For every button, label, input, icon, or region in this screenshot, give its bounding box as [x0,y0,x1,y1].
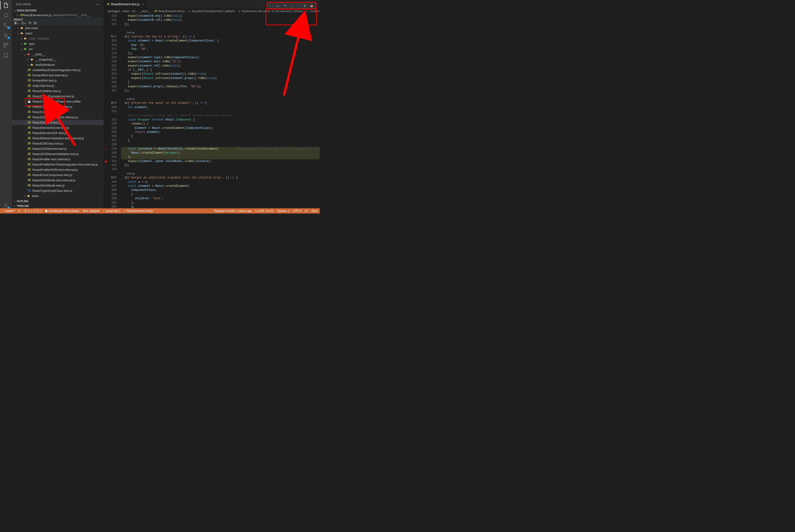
code-line[interactable] [121,93,320,97]
file-row[interactable]: JSReactJSXElementValidator-test.js [12,151,103,156]
code-line[interactable]: Debug [121,172,320,176]
folder-row[interactable]: ›🖿testDefinitions [12,62,103,67]
eol-status[interactable]: LF [305,209,308,212]
code-line[interactable]: }); [121,89,320,93]
file-row[interactable]: JSReactChildren-test.js [12,88,103,94]
code-line[interactable]: Debug [121,97,320,101]
folder-row[interactable]: ⌄🖿src [12,46,103,52]
file-row[interactable]: JSReactDOMTracing-test.internal.js [12,115,103,120]
code-line[interactable]: const element = React.createElement( [121,184,320,188]
file-row[interactable]: JSReactStrictMode-test.js [12,183,103,188]
code-line[interactable]: const a = 1; [121,180,320,184]
code-line[interactable]: Dominic Gannaway, a year ago | 3 authors… [121,114,320,118]
breadcrumb-item[interactable]: ⊙describe('ReactElement') callback [188,10,235,13]
file-check[interactable]: ✓ ReactElement-test.js [124,209,153,212]
code-line[interactable]: let element; [121,106,320,110]
code-line[interactable]: { [121,192,320,196]
search-icon[interactable] [3,13,9,18]
run-test-icon[interactable] [111,102,113,103]
bookmark-icon[interactable] [3,53,9,58]
run-test-icon[interactable] [111,35,113,37]
react-folder-header[interactable]: REACT 🗎₊ 🗀₊ ↻ ⊟ [12,18,103,25]
breadcrumb-item[interactable]: packages [108,10,120,13]
debug-icon[interactable]: 1 [3,33,9,38]
code-line[interactable]: expect(Object.isFrozen(element.props)).t… [121,76,320,80]
cursor-position[interactable]: Ln 239, Col 22 [255,209,274,212]
code-line[interactable]: expect(elementB.key).toBe(null); [121,14,320,18]
drag-handle-icon[interactable]: ⋮⋮ [269,4,274,8]
tab-active[interactable]: JS ReactElement-test.js × [104,0,147,8]
file-row[interactable]: JSReactElementClone-test.js [12,125,103,130]
settings-gear-icon[interactable]: 1 [3,203,9,208]
stop-icon[interactable]: ◼ [309,4,314,8]
code-line[interactable]: expect(element.type).toBe(ComponentClass… [121,56,320,60]
encoding-status[interactable]: UTF-8 [293,209,301,212]
code-line[interactable]: foo: '56', [121,47,320,51]
breakpoint-icon[interactable] [105,160,107,163]
file-row[interactable]: JSReactContextValidator-test.js [12,104,103,109]
code-line[interactable]: const instance = ●ReactTestUtils.●render… [121,147,320,151]
file-row[interactable]: JSReactProfiler-test.internal.js [12,156,103,162]
breadcrumb-item[interactable]: JSReactElement-test.js [154,10,185,13]
outline-header[interactable]: ›OUTLINE [12,199,103,204]
folder-row[interactable]: ⌄🖿__tests__ [12,52,103,57]
file-row[interactable]: ☕ReactCoffeeScriptClass-test.coffee [12,99,103,104]
file-row[interactable]: JSReactES6Class-test.js [12,141,103,146]
file-row[interactable]: JSReactCreateRef-test.js [12,109,103,115]
close-icon[interactable]: × [17,13,19,17]
code-line[interactable]: expect(element.props).toEqual({foo: '56'… [121,85,320,89]
code-line[interactable]: Debug [121,31,320,35]
jest-status[interactable]: Jest: stopped [82,209,99,212]
file-row[interactable]: TSReactTypeScriptClass-test.ts [12,188,103,193]
code-line[interactable]: const element = React.createElement(Comp… [121,39,320,43]
collapse-icon[interactable]: ⊟ [34,21,37,25]
code-line[interactable]: it('merges an additional argument onto t… [121,176,320,180]
code-line[interactable]: expect(elementB.ref).toBe(null); [121,18,320,22]
new-folder-icon[interactable]: 🗀₊ [21,21,26,25]
code-line[interactable]: return element; [121,130,320,134]
file-row[interactable]: JSReactProfilerDevToolsIntegration-test.… [12,162,103,167]
sync-icon[interactable]: ⟳ [18,209,20,212]
more-icon[interactable]: ••• [96,3,100,6]
code-line[interactable]: expect(element.ref).toBe(null); [121,64,320,68]
branch-indicator[interactable]: ᚶ master* [2,209,15,212]
file-row[interactable]: JSforwardRef-test.internal.js [12,73,103,78]
scm-icon[interactable]: 1 [3,22,9,28]
breadcrumb-item[interactable]: [ ]instance [306,10,320,13]
code-line[interactable]: }); [121,22,320,26]
code-line[interactable]: expect(Object.isFrozen(element)).toBe(tr… [121,72,320,76]
step-into-icon[interactable]: ↓ [289,4,294,8]
file-row[interactable]: JSReactProfilerDOM-test.internal.js [12,167,103,172]
folder-row[interactable]: ›🖿forks [12,193,103,198]
code-line[interactable]: key: 12, [121,43,320,47]
debug-toolbar[interactable]: ⋮⋮ ▷ ↷ ↓ ↑ ↻ ◼ [267,2,316,10]
indent-status[interactable]: Spaces: 2 [277,209,290,212]
breadcrumb-item[interactable]: src [132,10,136,13]
file-row[interactable]: JSReactClassEquivalence-test.js [12,94,103,99]
lang-status[interactable]: Java [311,209,317,212]
code-content[interactable]: expect(elementB.key).toBe(null); expect(… [121,14,320,208]
run-test-icon[interactable] [111,176,113,178]
code-line[interactable]: } [121,139,320,142]
problems-indicator[interactable]: ⓧ 1 ⚠ 0 ⓘ 1 [24,209,42,213]
file-row[interactable]: JSReactElementJSX-test.js [12,130,103,135]
file-row[interactable]: JSReactElementValidator-test.internal.js [12,135,103,141]
new-file-icon[interactable]: 🗎₊ [14,21,19,25]
code-line[interactable]: } [121,134,320,138]
jest-ext-indicator[interactable]: ⬢ vscode-jest-tests (react) [45,209,79,212]
breadcrumb-item[interactable]: ⊙it('preserves the owner on the element'… [238,10,303,13]
step-over-icon[interactable]: ↷ [283,4,287,8]
lang-check[interactable]: ✓ javascript | [103,209,120,212]
timeline-header[interactable]: ›TIMELINE [12,204,103,208]
continue-icon[interactable]: ▷ [276,4,280,8]
code-line[interactable]: ); [121,155,320,159]
file-row[interactable]: JSonlyChild-test.js [12,83,103,88]
file-row[interactable]: JSforwardRef-test.js [12,78,103,83]
breadcrumb-item[interactable]: __tests__ [139,10,151,13]
gutter[interactable]: 2102112122142152162172182192202212222232… [104,14,121,208]
restart-icon[interactable]: ↻ [303,4,307,8]
code-line[interactable]: }, [121,201,320,205]
code-line[interactable]: a, [121,205,320,208]
file-tree[interactable]: ›🖿jest-react⌄🖿react›🖿node_modules›🖿npm⌄🖿… [12,25,103,198]
code-line[interactable]: render() { [121,122,320,126]
